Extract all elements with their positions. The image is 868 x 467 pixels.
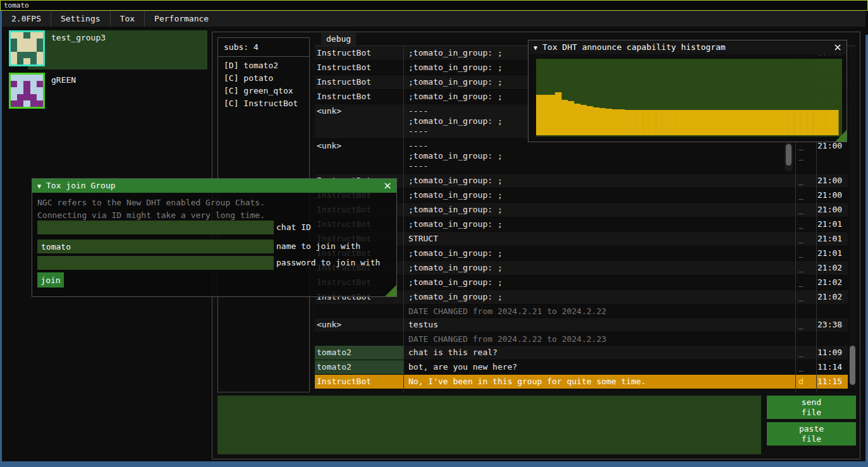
sidebar-item-test_group3[interactable]: test_group3 (28, 30, 207, 70)
window-border-bottom (0, 461, 868, 467)
message-flags: _ _ (795, 318, 816, 332)
date-separator-row[interactable]: DATE CHANGED from 2024.2.22 to 2024.2.23 (315, 332, 848, 346)
resize-grip-icon[interactable] (835, 130, 847, 142)
message-text: No, I've been in this group for quite so… (403, 375, 795, 389)
group-name: test_group3 (51, 33, 106, 42)
message-flags: _ _ (795, 346, 816, 360)
message-name (315, 305, 403, 317)
close-icon[interactable]: × (381, 179, 394, 193)
message-cell-scrollbar-thumb[interactable] (786, 144, 792, 166)
member-item[interactable]: [C] InstructBot (218, 97, 309, 110)
message-text: ;tomato_in_group: ; (403, 290, 795, 304)
message-flags: _ _ (795, 188, 816, 202)
join-password-field[interactable] (37, 256, 274, 270)
message-time: 21:01 (816, 232, 848, 246)
message-text: STRUCT (403, 232, 795, 246)
message-flags (795, 305, 816, 317)
message-flags: _ _ (795, 261, 816, 275)
date-separator-row[interactable]: DATE CHANGED from 2024.2.21 to 2024.2.22 (315, 305, 848, 318)
join-group-window-title: Tox join Group (46, 181, 116, 190)
message-flags: _ _ (795, 246, 816, 260)
group-avatar (9, 30, 45, 66)
menu-item-performance[interactable]: Performance (145, 11, 218, 27)
close-icon[interactable]: × (831, 40, 844, 54)
window-title: tomato (4, 1, 29, 9)
message-time: 11:15 (816, 375, 848, 389)
member-item[interactable]: [C] potato (218, 72, 309, 85)
join-password-label: password to join with (276, 258, 380, 267)
message-name: <unk> (315, 318, 403, 332)
chat-scrollbar[interactable] (849, 46, 856, 388)
join-name-field[interactable] (37, 240, 274, 253)
member-item[interactable]: [C] green_qtox (218, 85, 309, 97)
dht-capability-histogram-plot (536, 59, 842, 136)
message-name: tomato2 (315, 360, 403, 374)
message-text: ;tomato_in_group: ; (403, 174, 795, 188)
message-flags: _ _ (795, 174, 816, 188)
message-time: 23:38 (816, 318, 848, 332)
join-button[interactable]: join (37, 272, 64, 288)
ngc-hint-line2: Connecting via ID might take a very long… (37, 210, 265, 220)
message-name: <unk> (315, 104, 403, 138)
dht-histogram-window-titlebar[interactable]: ▼Tox DHT announce capability histogram × (529, 40, 847, 54)
paste-file-button[interactable]: paste file (767, 422, 856, 446)
window-border-left (0, 11, 2, 467)
collapse-icon[interactable]: ▼ (37, 183, 41, 190)
message-text: testus (403, 318, 795, 332)
message-time: 21:00 (816, 203, 848, 217)
message-flags: _ _ (795, 232, 816, 246)
message-flags: _ _ (795, 217, 816, 231)
message-time: 21:00 (816, 139, 848, 173)
send-file-button[interactable]: send file (767, 396, 856, 419)
message-name: InstructBot (315, 90, 403, 104)
message-time: 21:01 (816, 246, 848, 260)
message-name: InstructBot (315, 46, 403, 60)
message-name: <unk> (315, 139, 403, 173)
chat-scrollbar-thumb[interactable] (850, 346, 855, 385)
message-time (816, 305, 848, 317)
collapse-icon[interactable]: ▼ (534, 44, 537, 51)
menu-item-2-0fps[interactable]: 2.0FPS (2, 11, 51, 27)
message-text: ---- ;tomato_in_group: ; ---- (403, 139, 795, 173)
chat-id-field[interactable] (37, 221, 274, 234)
message-time: 21:00 (816, 174, 848, 188)
message-text: ;tomato_in_group: ; (403, 188, 795, 202)
message-name: InstructBot (315, 61, 403, 75)
join-group-window[interactable]: ▼Tox join Group × NGC refers to the New … (32, 178, 397, 297)
message-text: ;tomato_in_group: ; (403, 246, 795, 260)
message-time: 21:02 (816, 290, 848, 304)
message-flags: _ _ (795, 360, 816, 374)
message-row[interactable]: InstructBotNo, I've been in this group f… (315, 375, 848, 389)
dht-histogram-window[interactable]: ▼Tox DHT announce capability histogram × (528, 40, 847, 142)
message-name: tomato2 (315, 346, 403, 360)
ngc-hint-line1: NGC refers to the New DHT enabled Group … (37, 198, 265, 207)
sidebar-item-gREEN[interactable]: gREEN (28, 73, 207, 112)
group-avatar (9, 73, 45, 109)
message-flags: _ _ (795, 276, 816, 289)
message-row[interactable]: <unk>testus_ _23:38 (315, 318, 848, 332)
message-row[interactable]: <unk>---- ;tomato_in_group: ; ----_ _21:… (315, 139, 848, 174)
group-name: gREEN (51, 75, 76, 85)
message-flags: _ _ (795, 203, 816, 217)
message-row[interactable]: tomato2chat is this real?_ _11:09 (315, 346, 848, 360)
tab-debug[interactable]: debug (321, 33, 356, 45)
message-text: chat is this real? (403, 346, 795, 360)
message-name (315, 332, 403, 345)
message-text: bot, are you new here? (403, 360, 795, 374)
message-name: InstructBot (315, 375, 403, 389)
join-group-window-titlebar[interactable]: ▼Tox join Group × (32, 179, 396, 193)
message-time: 21:01 (816, 217, 848, 231)
window-title-bar[interactable]: tomato (0, 0, 868, 11)
message-input[interactable] (217, 396, 761, 454)
member-count-header: subs: 4 (218, 38, 309, 55)
message-cell-scrollbar[interactable] (785, 142, 793, 171)
message-text: ;tomato_in_group: ; (403, 203, 795, 217)
window-border-right (865, 35, 868, 467)
menu-item-settings[interactable]: Settings (51, 11, 110, 27)
message-row[interactable]: tomato2bot, are you new here?_ _11:14 (315, 360, 848, 375)
member-item[interactable]: [D] tomato2 (218, 59, 309, 72)
resize-grip-icon[interactable] (385, 285, 396, 296)
message-text: DATE CHANGED from 2024.2.22 to 2024.2.23 (403, 332, 795, 345)
message-time: 21:02 (816, 276, 848, 289)
menu-item-tox[interactable]: Tox (111, 11, 144, 27)
